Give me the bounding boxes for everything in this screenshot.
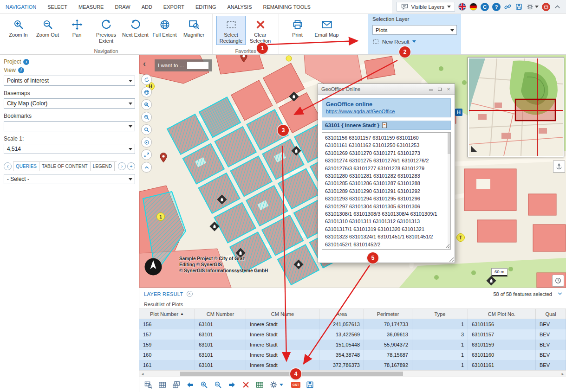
basemap-select[interactable]: City Map (Color) [4, 98, 135, 109]
email-map-button[interactable]: Email Map [312, 16, 341, 39]
query-select[interactable]: - Select - [4, 174, 135, 184]
menu-tab-measure[interactable]: MEASURE [73, 0, 109, 14]
previous-extent-button[interactable]: Previous Extent [91, 16, 121, 45]
save-result-button[interactable] [306, 380, 314, 389]
language-german-flag-icon[interactable] [469, 3, 477, 11]
close-button[interactable]: × [446, 87, 451, 92]
share-link-icon[interactable] [504, 3, 512, 11]
horizontal-scrollbar[interactable]: ◄ ► [139, 370, 566, 377]
collapse-sidebar-button[interactable]: ‹ [143, 59, 146, 68]
menu-tab-remaining-tools[interactable]: REMAINING TOOLS [258, 0, 316, 14]
center-map-button[interactable] [141, 137, 152, 148]
help-button[interactable]: ? [492, 3, 501, 11]
menu-tab-add[interactable]: ADD [136, 0, 158, 14]
column-header-cm-plot-no-[interactable]: CM Plot No. [468, 309, 536, 319]
bookmarks-select[interactable] [4, 121, 135, 131]
overview-extent-box[interactable] [515, 99, 555, 121]
remove-result-button[interactable] [241, 380, 250, 389]
visible-layers-dropdown[interactable]: Visible Layers [397, 2, 455, 12]
magnifier-button[interactable]: Magnifier [179, 16, 208, 39]
excel-export-button[interactable] [255, 380, 264, 389]
map-zoom-in-button[interactable] [141, 99, 152, 110]
map-zoom-out-button[interactable] [141, 112, 152, 122]
menu-tab-export[interactable]: EXPORT [158, 0, 190, 14]
select-rectangle-button[interactable]: Select Rectangle [216, 16, 246, 45]
collapse-toolbar-button[interactable] [141, 162, 152, 173]
print-button[interactable]: Print [283, 16, 312, 39]
language-english-flag-icon[interactable] [458, 3, 466, 11]
previous-record-button[interactable] [186, 380, 195, 389]
table-row[interactable]: 15663101Innere Stadt241,05761370,1747331… [139, 319, 566, 329]
minimize-button[interactable] [428, 87, 434, 92]
sidebar-tab-queries[interactable]: QUERIES [13, 161, 39, 171]
maximize-button[interactable] [437, 87, 442, 92]
refresh-map-button[interactable] [141, 74, 152, 85]
full-extent-button[interactable]: Full Extent [150, 16, 179, 39]
collapse-ribbon-button[interactable] [553, 3, 561, 11]
full-extent-map-button[interactable] [141, 87, 152, 97]
next-record-button[interactable] [228, 380, 236, 389]
column-header-qual[interactable]: Qual [536, 309, 566, 319]
plot-number-list[interactable]: 63101156 63101157 63101159 6310116063101… [322, 132, 451, 250]
scrollbar[interactable] [448, 133, 450, 249]
logout-button[interactable] [542, 3, 550, 11]
map-viewport[interactable]: H 1 T H ‹ I want to ... Sample Project ©… [139, 55, 566, 288]
zoom-to-selection-button[interactable] [144, 380, 153, 389]
table-row[interactable]: 16063101Innere Stadt354,3874878,15687163… [139, 350, 566, 360]
menu-tab-analysis[interactable]: ANALYSIS [222, 0, 258, 14]
overview-anchor-button[interactable] [553, 161, 565, 173]
add-tab-button[interactable]: + [127, 162, 135, 170]
new-result-dropdown[interactable]: New Result [372, 38, 457, 45]
map-magnifier-button[interactable] [141, 124, 152, 135]
layer-result-tab[interactable]: LAYER RESULT [144, 291, 183, 297]
clear-selection-button[interactable]: Clear Selection [246, 16, 275, 45]
view-info-icon[interactable]: i [18, 67, 24, 73]
settings-menu-button[interactable] [526, 3, 539, 11]
record-zoom-out-button[interactable] [214, 380, 222, 389]
scroll-right-icon[interactable]: ► [561, 372, 565, 376]
pan-button[interactable]: Pan [62, 16, 91, 39]
fullscreen-button[interactable] [141, 149, 152, 160]
history-clock-button[interactable] [552, 275, 564, 287]
copyright-info-button[interactable]: C [481, 3, 489, 11]
sidebar-tab-l[interactable]: L [114, 161, 117, 171]
menu-tab-draw[interactable]: DRAW [109, 0, 136, 14]
table-row[interactable]: 15963101Innere Stadt151,0544855,90437216… [139, 340, 566, 350]
column-header-area[interactable]: Area [319, 309, 364, 319]
table-row[interactable]: 16163101Innere Stadt372,78637378,1678921… [139, 360, 566, 370]
scroll-left-icon[interactable]: ◄ [141, 372, 144, 376]
save-session-icon[interactable] [515, 3, 523, 11]
close-result-icon[interactable]: × [187, 291, 193, 297]
i-want-to-search[interactable]: I want to ... [155, 59, 212, 71]
column-header-cm-number[interactable]: CM Number [195, 309, 246, 319]
resultlist-subtab[interactable]: Resultlist of Plots [139, 300, 566, 309]
table-settings-button[interactable] [269, 380, 283, 389]
sidebar-tab-legend[interactable]: LEGEND [90, 161, 115, 171]
column-header-type[interactable]: Type [412, 309, 468, 319]
next-extent-button[interactable]: Next Extent [121, 16, 150, 39]
menu-tab-editing[interactable]: EDITING [190, 0, 222, 14]
column-header-perimeter[interactable]: Perimeter [364, 309, 412, 319]
window-resize-grip[interactable] [449, 257, 454, 262]
column-header-cm-name[interactable]: CM Name [246, 309, 319, 319]
geooffice-link[interactable]: https://www.agda.at/GeoOffice [326, 109, 447, 114]
window-titlebar[interactable]: GeoOffice Online × [318, 84, 455, 95]
zoom-in-button[interactable]: Zoom In [4, 16, 33, 39]
collapse-panel-button[interactable] [557, 290, 563, 297]
gst-export-button[interactable]: GST [291, 382, 300, 388]
selection-layer-select[interactable]: Plots [372, 25, 457, 35]
project-info-icon[interactable]: i [23, 59, 29, 65]
scale-select[interactable]: 4,514 [4, 144, 135, 154]
table-row[interactable]: 15763101Innere Stadt13,42256936,09613363… [139, 329, 566, 340]
view-select[interactable]: Points of Interest [4, 76, 135, 86]
column-header-plot-number[interactable]: Plot Number▲ [139, 309, 195, 319]
search-input[interactable] [187, 62, 208, 69]
sidebar-tab-table-of-content[interactable]: TABLE OF CONTENT [39, 161, 91, 171]
show-table-button[interactable] [158, 380, 167, 389]
copy-icon[interactable] [382, 122, 387, 128]
overview-map[interactable] [468, 57, 564, 157]
record-zoom-in-button[interactable] [200, 380, 208, 389]
zoom-out-button[interactable]: Zoom Out [33, 16, 62, 39]
menu-tab-select[interactable]: SELECT [42, 0, 73, 14]
menu-tab-navigation[interactable]: NAVIGATION [0, 0, 42, 14]
